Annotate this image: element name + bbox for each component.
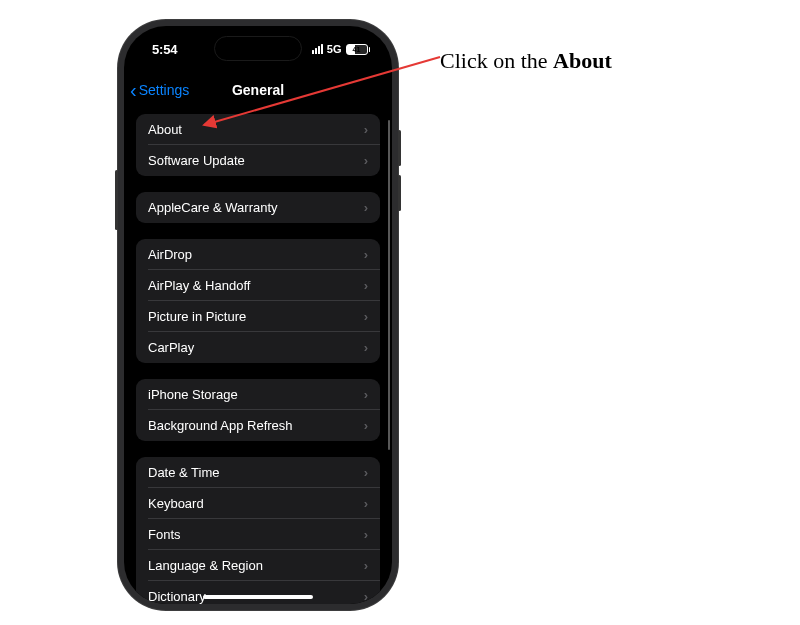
settings-row-carplay[interactable]: CarPlay› [136,332,380,363]
settings-row-label: AirDrop [148,247,192,262]
settings-row-label: CarPlay [148,340,194,355]
settings-row-label: Fonts [148,527,181,542]
settings-row-label: AirPlay & Handoff [148,278,250,293]
settings-group: AppleCare & Warranty› [136,192,380,223]
chevron-right-icon: › [364,465,368,480]
chevron-right-icon: › [364,200,368,215]
settings-group: AirDrop›AirPlay & Handoff›Picture in Pic… [136,239,380,363]
network-type-label: 5G [327,43,342,55]
settings-row-applecare[interactable]: AppleCare & Warranty› [136,192,380,223]
volume-up-button [398,130,401,166]
status-time: 5:54 [152,42,202,57]
settings-row-dictionary[interactable]: Dictionary› [136,581,380,604]
chevron-left-icon: ‹ [130,80,137,100]
settings-row-label: Language & Region [148,558,263,573]
back-button-label: Settings [139,82,190,98]
settings-row-language-region[interactable]: Language & Region› [136,550,380,581]
chevron-right-icon: › [364,496,368,511]
phone-device-frame: 5:54 5G 41 ‹ Settings General About› [118,20,398,610]
settings-group: About›Software Update› [136,114,380,176]
settings-row-label: Keyboard [148,496,204,511]
battery-icon: 41 [346,44,371,55]
dynamic-island [214,36,302,61]
settings-row-label: iPhone Storage [148,387,238,402]
status-indicators: 5G 41 [300,43,370,55]
settings-row-software-update[interactable]: Software Update› [136,145,380,176]
settings-row-label: Dictionary [148,589,206,604]
phone-screen: 5:54 5G 41 ‹ Settings General About› [124,26,392,604]
settings-row-label: AppleCare & Warranty [148,200,278,215]
settings-row-label: Background App Refresh [148,418,293,433]
settings-row-label: Date & Time [148,465,220,480]
home-indicator[interactable] [203,595,313,599]
settings-row-label: Software Update [148,153,245,168]
power-button [115,170,118,230]
settings-row-keyboard[interactable]: Keyboard› [136,488,380,519]
scrollbar-thumb[interactable] [388,120,391,450]
chevron-right-icon: › [364,527,368,542]
back-button[interactable]: ‹ Settings [124,80,189,100]
chevron-right-icon: › [364,387,368,402]
chevron-right-icon: › [364,122,368,137]
chevron-right-icon: › [364,340,368,355]
cellular-signal-icon [312,44,323,54]
nav-bar: ‹ Settings General [124,72,392,108]
volume-down-button [398,175,401,211]
chevron-right-icon: › [364,589,368,604]
settings-row-iphone-storage[interactable]: iPhone Storage› [136,379,380,410]
settings-row-label: Picture in Picture [148,309,246,324]
settings-row-background-app-refresh[interactable]: Background App Refresh› [136,410,380,441]
settings-row-label: About [148,122,182,137]
settings-group: Date & Time›Keyboard›Fonts›Language & Re… [136,457,380,604]
settings-row-fonts[interactable]: Fonts› [136,519,380,550]
settings-row-airplay-handoff[interactable]: AirPlay & Handoff› [136,270,380,301]
chevron-right-icon: › [364,278,368,293]
settings-scroll-area[interactable]: About›Software Update›AppleCare & Warran… [124,108,392,604]
chevron-right-icon: › [364,558,368,573]
battery-level-label: 41 [346,44,368,55]
settings-row-pip[interactable]: Picture in Picture› [136,301,380,332]
annotation-text-prefix: Click on the [440,48,553,73]
annotation-text-bold: About [553,48,612,73]
chevron-right-icon: › [364,247,368,262]
chevron-right-icon: › [364,153,368,168]
chevron-right-icon: › [364,309,368,324]
settings-row-airdrop[interactable]: AirDrop› [136,239,380,270]
chevron-right-icon: › [364,418,368,433]
settings-group: iPhone Storage›Background App Refresh› [136,379,380,441]
annotation-caption: Click on the About [440,48,612,74]
settings-row-about[interactable]: About› [136,114,380,145]
settings-row-date-time[interactable]: Date & Time› [136,457,380,488]
